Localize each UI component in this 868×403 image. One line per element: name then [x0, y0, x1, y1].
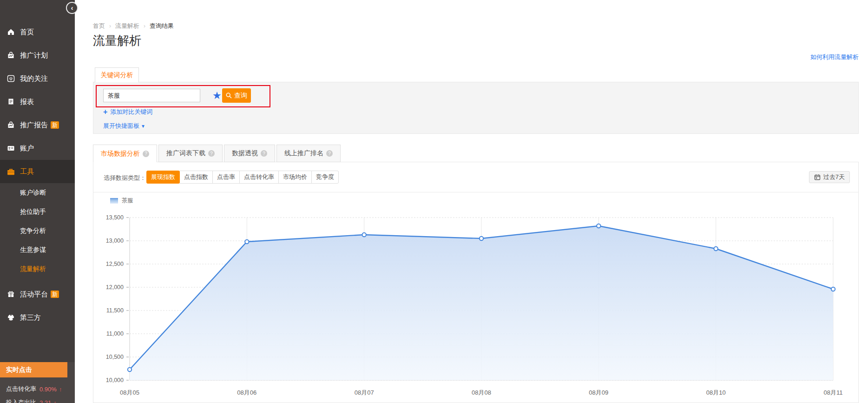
stat-value: 2.21 [39, 399, 51, 403]
sidebar-subitem-label: 竞争分析 [20, 227, 46, 235]
breadcrumb-traffic-analysis[interactable]: 流量解析 [115, 22, 139, 30]
caret-down-icon: ▼ [141, 124, 145, 129]
data-point-marker [245, 240, 249, 244]
y-tick-label: 11,500 [106, 307, 124, 314]
y-tick-label: 10,000 [106, 377, 124, 383]
help-icon[interactable]: ? [143, 151, 149, 157]
realtime-click-panel: 实时点击 点击转化率 0.90% ↑ 投入产出比 2.21 ↑ [0, 362, 75, 403]
sidebar-item-label: 推广报告 [20, 121, 48, 130]
tab-data-pivot[interactable]: 数据透视 ? [224, 145, 275, 162]
data-point-marker [480, 237, 483, 240]
sidebar-subitem-label: 抢位助手 [20, 208, 46, 216]
how-to-use-link[interactable]: 如何利用流量解析 [810, 53, 859, 61]
sidebar-item-activity-platform[interactable]: 活动平台 新 [0, 283, 75, 306]
gift-icon [6, 291, 15, 298]
sidebar-collapse-button[interactable]: ‹ [66, 2, 78, 14]
sidebar-item-reports[interactable]: 报表 [0, 90, 75, 113]
sidebar-item-favorites[interactable]: 我的关注 [0, 67, 75, 90]
heart-icon [6, 75, 15, 82]
breadcrumb-home[interactable]: 首页 [93, 22, 105, 30]
tab-label: 数据透视 [232, 149, 258, 158]
data-point-marker [831, 287, 835, 291]
stat-label: 点击转化率 [6, 385, 36, 393]
y-tick-label: 13,000 [106, 238, 124, 244]
data-point-marker [597, 224, 600, 228]
tab-label: 推广词表下载 [166, 149, 205, 158]
new-badge: 新 [51, 291, 59, 298]
sidebar-item-label: 活动平台 [20, 290, 48, 299]
promo-report-bag-icon [6, 121, 15, 129]
briefcase-icon [6, 168, 15, 175]
data-point-marker [714, 247, 717, 251]
sidebar-item-campaigns[interactable]: 推广计划 [0, 44, 75, 67]
y-tick-label: 13,500 [106, 214, 124, 221]
stat-click-conversion: 点击转化率 0.90% ↑ [0, 385, 75, 393]
add-compare-keyword-link[interactable]: + 添加对比关键词 [103, 108, 152, 116]
sidebar-subitem-label: 生意参谋 [20, 246, 46, 254]
x-tick-label: 08月11 [824, 389, 843, 396]
sidebar: 首页 推广计划 我的关注 报表 推广报告 新 [0, 0, 75, 403]
breadcrumb: 首页 › 流量解析 › 查询结果 [93, 22, 174, 30]
new-badge: 新 [51, 121, 59, 129]
search-icon [226, 92, 232, 99]
chevron-left-icon: ‹ [71, 4, 73, 12]
query-button[interactable]: 查询 [222, 88, 251, 103]
y-tick-label: 10,500 [106, 354, 124, 360]
y-tick-label: 12,000 [106, 284, 124, 291]
report-icon [6, 98, 15, 106]
sidebar-subitem-label: 账户诊断 [20, 189, 46, 197]
x-tick-label: 08月08 [472, 389, 491, 396]
tab-market-data-analysis[interactable]: 市场数据分析 ? [93, 145, 157, 162]
breadcrumb-separator-icon: › [109, 23, 111, 29]
keyword-input[interactable] [103, 89, 200, 102]
sidebar-item-label: 首页 [20, 28, 34, 37]
page-title: 流量解析 [93, 33, 141, 49]
data-type-impression-index[interactable]: 展现指数 [146, 171, 180, 184]
stat-label: 投入产出比 [6, 398, 36, 403]
x-tick-label: 08月05 [120, 389, 139, 396]
favorite-star-icon[interactable]: ★ [212, 89, 222, 102]
y-tick-label: 12,500 [106, 261, 124, 267]
help-icon[interactable]: ? [261, 150, 267, 157]
up-arrow-icon: ↑ [53, 399, 57, 403]
y-tick-label: 11,000 [106, 330, 124, 337]
sidebar-item-account[interactable]: 账户 [0, 137, 75, 160]
expand-panel-label: 展开快捷面板 [103, 122, 139, 130]
third-party-icon [6, 314, 15, 321]
help-icon[interactable]: ? [326, 150, 333, 157]
sidebar-item-promo-report[interactable]: 推广报告 新 [0, 113, 75, 137]
plus-icon: + [103, 108, 107, 116]
sidebar-subitem-competition-analysis[interactable]: 竞争分析 [0, 221, 75, 240]
x-tick-label: 08月10 [706, 389, 726, 396]
query-button-label: 查询 [234, 92, 247, 100]
sidebar-subitem-account-diagnosis[interactable]: 账户诊断 [0, 183, 75, 202]
breadcrumb-query-result: 查询结果 [150, 22, 174, 30]
tab-promo-wordlist-download[interactable]: 推广词表下载 ? [158, 145, 223, 162]
realtime-click-header[interactable]: 实时点击 [0, 362, 67, 377]
tab-label: 线上推广排名 [284, 149, 323, 158]
result-tabs: 市场数据分析 ? 推广词表下载 ? 数据透视 ? 线上推广排名 ? [93, 145, 341, 162]
sidebar-item-label: 账户 [20, 144, 34, 153]
sidebar-item-tools[interactable]: 工具 [0, 160, 75, 183]
campaign-bag-icon [6, 52, 15, 59]
sidebar-item-label: 我的关注 [20, 74, 48, 83]
expand-quick-panel-link[interactable]: 展开快捷面板 ▼ [103, 122, 145, 130]
sidebar-menu: 首页 推广计划 我的关注 报表 推广报告 新 [0, 20, 75, 329]
traffic-line-chart: 10,00010,50011,00011,50012,00012,50013,0… [93, 162, 859, 403]
stat-roi: 投入产出比 2.21 ↑ [0, 398, 75, 403]
tab-online-promo-ranking[interactable]: 线上推广排名 ? [276, 145, 341, 162]
sidebar-item-label: 第三方 [20, 313, 41, 322]
sidebar-subitem-business-advisor[interactable]: 生意参谋 [0, 240, 75, 259]
sidebar-subitem-traffic-analysis[interactable]: 流量解析 [0, 259, 75, 278]
x-tick-label: 08月06 [237, 389, 256, 396]
data-point-marker [128, 368, 132, 371]
add-compare-label: 添加对比关键词 [110, 108, 152, 116]
help-icon[interactable]: ? [208, 150, 215, 157]
tab-keyword-analysis[interactable]: 关键词分析 [95, 67, 139, 82]
sidebar-item-third-party[interactable]: 第三方 [0, 306, 75, 329]
sidebar-item-home[interactable]: 首页 [0, 20, 75, 44]
data-point-marker [362, 233, 366, 237]
area-fill [130, 226, 833, 380]
sidebar-subitem-rank-assistant[interactable]: 抢位助手 [0, 202, 75, 221]
sidebar-item-label: 推广计划 [20, 51, 48, 60]
